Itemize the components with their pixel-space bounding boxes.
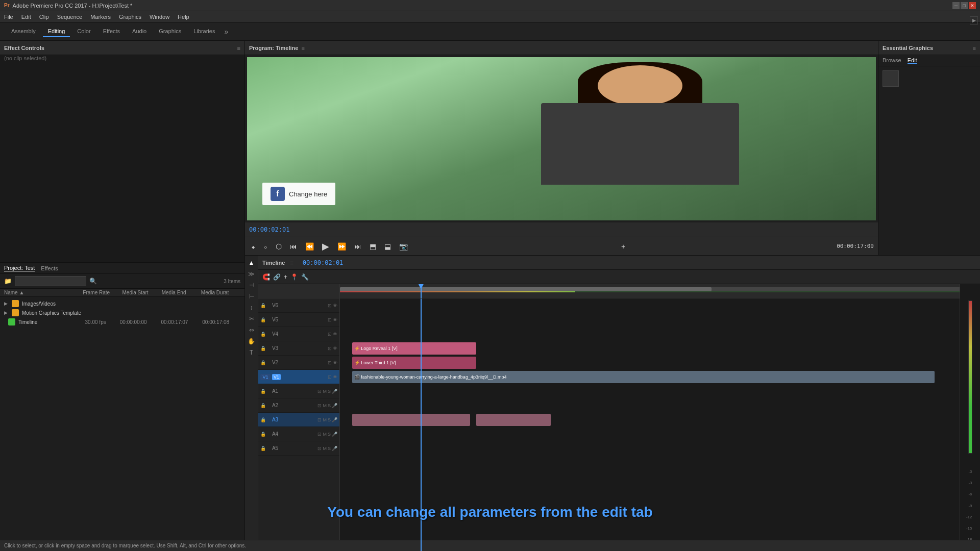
track-area-v1[interactable]: 🎬 fashionable-young-woman-carrying-a-lar… (340, 370, 960, 384)
tl-link-button[interactable]: 🔗 (273, 273, 281, 281)
track-sync-icon[interactable]: ⊡ (328, 346, 332, 351)
track-mic-icon[interactable]: 🎤 (332, 403, 337, 408)
mark-in-button[interactable]: ⬥ (249, 241, 257, 252)
list-item[interactable]: Timeline 30.00 fps 00:00:00:00 00:00:17:… (0, 317, 244, 327)
project-search-input[interactable] (15, 276, 86, 286)
close-button[interactable]: ✕ (969, 2, 976, 9)
track-mic-icon[interactable]: 🎤 (332, 446, 337, 451)
col-frame-rate[interactable]: Frame Rate (83, 290, 122, 295)
tab-libraries[interactable]: Libraries (188, 26, 220, 37)
track-sync-icon[interactable]: ⊡ (328, 360, 332, 365)
track-area-a3[interactable] (340, 413, 960, 427)
razor-tool-icon[interactable]: ✂ (247, 314, 257, 324)
clip-audio-1[interactable] (352, 414, 470, 426)
track-area-a1[interactable] (340, 384, 960, 398)
track-sync-icon[interactable]: ⊡ (328, 374, 332, 380)
menu-file[interactable]: File (4, 14, 13, 20)
play-button[interactable]: ▶ (320, 240, 331, 253)
track-m-icon[interactable]: M (323, 403, 327, 408)
export-frame-button[interactable]: 📷 (397, 241, 410, 252)
menu-clip[interactable]: Clip (39, 14, 49, 20)
lock-icon[interactable]: 🔒 (260, 446, 266, 451)
list-item[interactable]: ▶ Images/Videos (0, 299, 244, 308)
track-m-icon[interactable]: M (323, 446, 327, 451)
track-area-v2[interactable]: ⚡ Lower Third 1 [V] (340, 356, 960, 370)
track-area-v5[interactable] (340, 313, 960, 327)
mark-clip-button[interactable]: ⬡ (274, 241, 284, 252)
col-media-start[interactable]: Media Start (122, 290, 162, 295)
track-s-icon[interactable]: S (328, 403, 331, 408)
track-area-a4[interactable] (340, 427, 960, 441)
lock-icon[interactable]: 🔒 (260, 360, 266, 365)
tab-project-test[interactable]: Project: Test (4, 265, 35, 271)
slip-tool-icon[interactable]: ⇔ (247, 325, 257, 335)
tab-editing[interactable]: Editing (43, 26, 70, 37)
tab-color[interactable]: Color (72, 26, 95, 37)
import-button[interactable]: 🔍 (89, 278, 97, 285)
effect-controls-menu-icon[interactable]: ≡ (237, 45, 240, 51)
clip-audio-2[interactable] (476, 414, 551, 426)
lock-icon[interactable]: 🔒 (260, 389, 266, 394)
track-sync-icon[interactable]: ⊡ (317, 389, 322, 394)
add-marker-button[interactable]: + (619, 241, 627, 252)
tab-graphics[interactable]: Graphics (154, 26, 186, 37)
go-to-out-button[interactable]: ⏭ (352, 241, 363, 252)
track-s-icon[interactable]: S (328, 446, 331, 451)
track-select-tool-icon[interactable]: ≫ (247, 269, 257, 279)
track-sync-icon[interactable]: ⊡ (328, 332, 332, 337)
col-name[interactable]: Name ▲ (4, 290, 83, 295)
go-to-in-button[interactable]: ⏮ (288, 241, 299, 252)
track-m-icon[interactable]: M (323, 417, 327, 422)
track-s-icon[interactable]: S (328, 417, 331, 422)
rate-stretch-tool-icon[interactable]: ↕ (247, 303, 257, 313)
track-eye-icon[interactable]: 👁 (333, 346, 337, 351)
track-mic-icon[interactable]: 🎤 (332, 389, 337, 394)
more-workspaces-icon[interactable]: » (224, 28, 228, 36)
clip-logo-reveal[interactable]: ⚡ Logo Reveal 1 [V] (352, 342, 476, 355)
rolling-edit-tool-icon[interactable]: ⊢ (247, 291, 257, 302)
lock-icon[interactable]: 🔒 (260, 346, 266, 351)
track-sync-icon[interactable]: ⊡ (317, 446, 322, 451)
col-media-end[interactable]: Media End (162, 290, 201, 295)
list-item[interactable]: ▶ Motion Graphics Template (0, 308, 244, 317)
menu-edit[interactable]: Edit (21, 14, 31, 20)
tab-edit[interactable]: Edit (908, 57, 917, 64)
lock-icon[interactable]: 🔒 (260, 403, 266, 408)
timeline-menu-icon[interactable]: ≡ (290, 260, 293, 266)
effect-controls-expand[interactable]: ▶ (970, 16, 978, 24)
lock-icon[interactable]: 🔒 (260, 317, 266, 322)
track-sync-icon[interactable]: ⊡ (317, 417, 322, 422)
lock-icon[interactable]: 🔒 (260, 332, 266, 337)
track-eye-icon[interactable]: 👁 (333, 303, 337, 308)
clip-video-main[interactable]: 🎬 fashionable-young-woman-carrying-a-lar… (352, 371, 935, 383)
track-sync-icon[interactable]: ⊡ (317, 432, 322, 437)
track-eye-icon[interactable]: 👁 (333, 374, 337, 380)
track-area-v4[interactable] (340, 327, 960, 341)
track-m-icon[interactable]: M (323, 432, 327, 437)
maximize-button[interactable]: □ (961, 2, 968, 9)
lock-icon[interactable]: 🔒 (260, 417, 266, 422)
track-mic-icon[interactable]: 🎤 (332, 417, 337, 422)
insert-button[interactable]: ⬒ (368, 241, 378, 252)
scroll-thumb[interactable] (340, 287, 712, 291)
track-area-a2[interactable] (340, 398, 960, 413)
track-mic-icon[interactable]: 🎤 (332, 432, 337, 437)
tl-marker-button[interactable]: 📍 (290, 273, 298, 281)
track-s-icon[interactable]: S (328, 432, 331, 437)
selection-tool-icon[interactable]: ▲ (247, 258, 257, 268)
track-m-icon[interactable]: M (323, 389, 327, 394)
track-area-a5[interactable] (340, 441, 960, 456)
lock-icon[interactable]: 🔒 (260, 432, 266, 437)
tl-snap-button[interactable]: 🧲 (262, 273, 270, 281)
tab-effects[interactable]: Effects (98, 26, 125, 37)
menu-sequence[interactable]: Sequence (57, 14, 83, 20)
mark-out-button[interactable]: ⬦ (261, 241, 270, 252)
tab-assembly[interactable]: Assembly (6, 26, 41, 37)
menu-markers[interactable]: Markers (90, 14, 111, 20)
menu-graphics[interactable]: Graphics (119, 14, 141, 20)
track-eye-icon[interactable]: 👁 (333, 317, 337, 322)
hand-tool-icon[interactable]: ✋ (247, 336, 257, 346)
tab-browse[interactable]: Browse (883, 57, 901, 64)
overwrite-button[interactable]: ⬓ (382, 241, 393, 252)
track-s-icon[interactable]: S (328, 389, 331, 394)
